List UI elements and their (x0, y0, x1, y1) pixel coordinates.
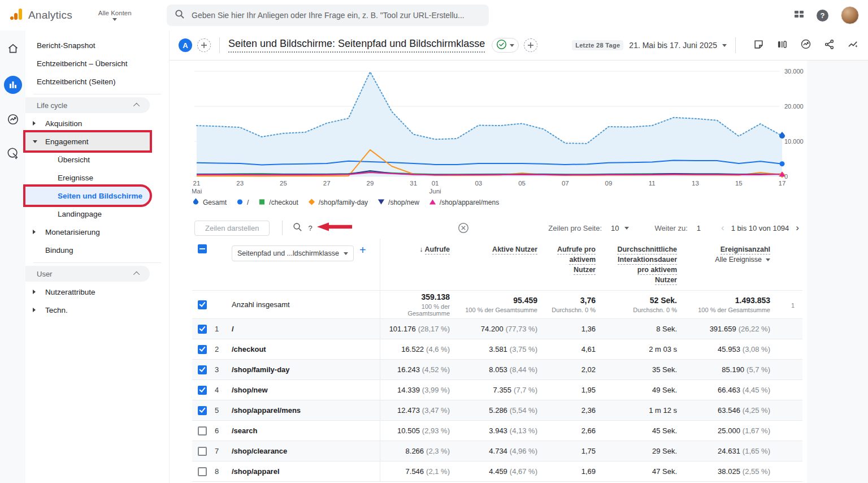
metric-percent: (3,75 %) (510, 345, 537, 353)
next-page-icon[interactable]: › (792, 222, 802, 234)
sidebar-item-landingpage[interactable]: Landingpage (25, 205, 150, 223)
sidebar-section-life-cycle[interactable]: Life cycle (25, 97, 150, 113)
sidebar-item-nutzerattribute[interactable]: Nutzerattribute (25, 283, 150, 301)
row-checkbox-unchecked[interactable] (198, 426, 207, 435)
feedback-note-icon[interactable] (753, 39, 764, 52)
column-header-durchschnittliche-interaktionsdauer-pro-aktivem-nutzer[interactable]: DurchschnittlicheInteraktionsdauerpro ak… (604, 239, 685, 290)
home-icon[interactable] (7, 43, 19, 57)
account-switcher[interactable]: Alle Konten (98, 10, 132, 21)
metric-value: 2,66 (581, 426, 596, 435)
goto-page-value[interactable]: 1 (697, 224, 701, 232)
page-path: /shop/apparel (232, 467, 280, 476)
chevron-down-icon[interactable] (722, 44, 727, 47)
table-row[interactable]: 5/shop/apparel/mens12.473(3,47 %)5.286(5… (192, 400, 802, 421)
prev-page-icon[interactable]: ‹ (718, 222, 728, 234)
row-rank-cell: 3 (215, 360, 232, 380)
sidebar-item-monetarisierung[interactable]: Monetarisierung (25, 223, 150, 241)
table-search-input[interactable]: ? (308, 224, 312, 232)
collapse-arrow-icon[interactable] (33, 121, 36, 126)
sidebar-item-bersicht[interactable]: Übersicht (25, 150, 150, 169)
row-checkbox-checked[interactable] (198, 386, 207, 395)
reports-icon[interactable] (4, 76, 22, 94)
legend-item-shop-family-day[interactable]: /shop/family-day (308, 198, 368, 207)
column-header-aufrufe-pro-aktivem-nutzer[interactable]: Aufrufe proaktivemNutzer (545, 239, 604, 290)
event-filter-dropdown[interactable]: Alle Ereignisse (715, 255, 770, 265)
expand-arrow-icon[interactable] (33, 140, 37, 143)
row-checkbox-checked[interactable] (198, 244, 207, 253)
compare-icon[interactable] (776, 39, 788, 52)
timeseries-chart[interactable]: 010.00020.00030.00021Mai232527293101Juni… (192, 66, 804, 197)
sidebar-item-label: Echtzeitbericht (Seiten) (37, 77, 116, 86)
legend-item-gesamt[interactable]: Gesamt (192, 198, 227, 207)
insights-icon[interactable] (800, 38, 811, 52)
x-axis-label: 15 (735, 180, 743, 187)
report-status-button[interactable] (492, 38, 519, 53)
add-report-button[interactable] (197, 38, 211, 52)
table-row[interactable]: 3/shop/family-day16.243(4,52 %)8.053(8,4… (192, 360, 802, 380)
sidebar-item-bericht-snapshot[interactable]: Bericht-Snapshot (25, 36, 150, 54)
legend-item-checkout[interactable]: /checkout (258, 198, 298, 207)
sidebar-item-ereignisse[interactable]: Ereignisse (25, 169, 150, 187)
sidebar-item-akquisition[interactable]: Akquisition (25, 114, 150, 132)
table-row[interactable]: 2/checkout16.522(4,6 %)3.581(3,75 %)4,61… (192, 339, 802, 360)
sidebar-item-engagement[interactable]: Engagement (25, 132, 150, 150)
sidebar-item-seiten-und-bildschirme[interactable]: Seiten und Bildschirme (25, 187, 150, 205)
sidebar-section-user[interactable]: User (25, 266, 150, 282)
table-row[interactable]: 7/shop/clearance8.266(2,3 %)4.734(4,96 %… (192, 441, 802, 462)
search-input[interactable]: Geben Sie hier Ihr Anliegen oder Ihre Fr… (192, 11, 465, 20)
search-bar[interactable]: Geben Sie hier Ihr Anliegen oder Ihre Fr… (167, 5, 489, 26)
sidebar-item-label: Übersicht (58, 156, 90, 164)
add-comparison-button[interactable] (524, 38, 537, 52)
plot-rows-button[interactable]: Zeilen darstellen (194, 221, 270, 236)
report-title[interactable]: Seiten und Bildschirme: Seitenpfad und B… (228, 38, 485, 53)
row-rank-cell: 5 (215, 400, 232, 420)
column-header-aktive-nutzer[interactable]: Aktive Nutzer (458, 239, 545, 290)
column-header-ereignisanzahl[interactable]: EreignisanzahlAlle Ereignisse (685, 239, 778, 290)
sidebar-item-bindung[interactable]: Bindung (25, 241, 150, 259)
collapse-arrow-icon[interactable] (33, 290, 36, 294)
row-checkbox-checked[interactable] (198, 345, 207, 354)
rows-per-page-value[interactable]: 10 (611, 224, 619, 232)
table-row[interactable]: 8/shop/apparel7.546(2,1 %)4.459(4,67 %)1… (192, 462, 802, 482)
advertising-icon[interactable] (7, 147, 19, 162)
main-content: A Seiten und Bildschirme: Seitenpfad und… (170, 31, 868, 483)
legend-item-shop-new[interactable]: /shop/new (377, 198, 419, 207)
sidebar-item-echtzeitbericht-bersicht[interactable]: Echtzeitbericht – Übersicht (25, 54, 150, 72)
help-icon[interactable]: ? (817, 10, 828, 21)
date-range[interactable]: 21. Mai bis 17. Juni 2025 (629, 41, 717, 50)
row-checkbox-unchecked[interactable] (198, 447, 207, 456)
page-path: /checkout (232, 345, 266, 353)
collapse-arrow-icon[interactable] (33, 308, 36, 312)
metric-value: 1,69 (581, 467, 596, 476)
row-checkbox-unchecked[interactable] (198, 467, 207, 476)
metric-value: 101.176 (389, 325, 416, 333)
metric-percent: (4,52 %) (422, 365, 450, 374)
column-header-aufrufe[interactable]: ↓Aufrufe (380, 239, 458, 290)
collapse-arrow-icon[interactable] (33, 230, 36, 234)
share-icon[interactable] (824, 39, 835, 52)
row-checkbox-checked[interactable] (198, 325, 207, 334)
row-checkbox-checked[interactable] (198, 365, 207, 374)
legend-item-shop-apparel-mens[interactable]: /shop/apparel/mens (429, 198, 499, 207)
table-row[interactable]: 4/shop/new14.339(3,99 %)7.355(7,7 %)1,95… (192, 380, 802, 400)
clear-search-icon[interactable] (458, 222, 469, 235)
row-checkbox-checked[interactable] (198, 406, 207, 415)
statistics-assistant-icon[interactable] (847, 38, 859, 52)
metric-value: 74.200 (481, 325, 504, 333)
x-axis-label: 05 (518, 180, 526, 187)
property-badge[interactable]: A (179, 38, 192, 52)
explore-icon[interactable] (7, 113, 19, 128)
chevron-down-icon[interactable] (624, 227, 629, 230)
table-row[interactable]: 6/search10.505(2,93 %)3.943(4,13 %)2,664… (192, 421, 802, 441)
metric-percent: (26,22 %) (739, 325, 770, 333)
row-checkbox-checked[interactable] (198, 300, 207, 309)
avatar[interactable] (841, 6, 859, 24)
add-dimension-button[interactable]: + (359, 244, 366, 256)
sidebar-item-techn[interactable]: Techn. (25, 301, 150, 319)
diagnostics-grid-icon[interactable] (794, 9, 804, 21)
analytics-logo[interactable]: Analytics (9, 7, 72, 24)
sidebar-item-echtzeitbericht-seiten[interactable]: Echtzeitbericht (Seiten) (25, 72, 150, 90)
table-row[interactable]: 1/101.176(28,17 %)74.200(77,73 %)1,368 S… (192, 319, 802, 339)
dimension-dropdown[interactable]: Seitenpfad und ...ldschirmklasse (232, 245, 354, 261)
legend-item-root[interactable]: / (236, 198, 249, 207)
